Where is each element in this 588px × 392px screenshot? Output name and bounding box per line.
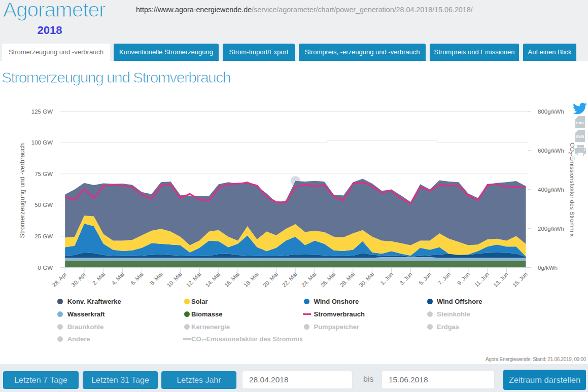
svg-text:30. Mai: 30. Mai [358,271,375,289]
svg-text:75 GW: 75 GW [34,171,53,177]
svg-text:18. Mai: 18. Mai [243,271,260,289]
svg-text:10. Mai: 10. Mai [166,271,183,289]
svg-text:1. Jun: 1. Jun [379,271,394,287]
svg-text:26. Mai: 26. Mai [319,271,336,289]
svg-text:11. Jun: 11. Jun [473,271,490,288]
svg-text:125 GW: 125 GW [31,109,53,115]
svg-text:200g/kWh: 200g/kWh [538,226,564,232]
svg-text:PNG: PNG [576,121,584,125]
svg-text:14. Mai: 14. Mai [204,271,221,289]
svg-text:800g/kWh: 800g/kWh [538,109,564,115]
svg-text:8. Mai: 8. Mai [149,271,164,287]
svg-text:30. Apr: 30. Apr [70,271,87,288]
svg-text:600g/kWh: 600g/kWh [538,148,564,154]
svg-text:22. Mai: 22. Mai [281,271,298,289]
svg-text:3. Jun: 3. Jun [398,271,413,287]
svg-text:SVG: SVG [576,134,584,139]
svg-text:0g/kWh: 0g/kWh [538,265,558,271]
svg-text:24. Mai: 24. Mai [300,271,318,289]
svg-text:13. Jun: 13. Jun [492,271,509,289]
svg-text:25 GW: 25 GW [34,233,53,239]
svg-text:100 GW: 100 GW [31,139,53,146]
svg-text:Stromerzeugung und -verbrauch: Stromerzeugung und -verbrauch [18,143,26,238]
svg-text:16. Mai: 16. Mai [223,271,240,289]
svg-text:9. Jun: 9. Jun [456,271,471,287]
svg-text:2. Mai: 2. Mai [91,271,107,287]
svg-text:28. Mai: 28. Mai [338,271,356,289]
svg-text:400g/kWh: 400g/kWh [538,187,564,193]
svg-text:6. Mai: 6. Mai [129,271,145,287]
svg-text:4. Mai: 4. Mai [110,271,125,287]
svg-text:7. Jun: 7. Jun [437,271,452,287]
svg-text:28. Apr: 28. Apr [51,271,67,288]
svg-text:0 GW: 0 GW [38,265,53,271]
svg-text:20. Mai: 20. Mai [262,271,279,289]
svg-text:12. Mai: 12. Mai [185,271,202,289]
svg-text:15. Jun: 15. Jun [511,271,529,289]
svg-text:5. Jun: 5. Jun [418,271,433,287]
svg-text:50 GW: 50 GW [34,202,53,208]
